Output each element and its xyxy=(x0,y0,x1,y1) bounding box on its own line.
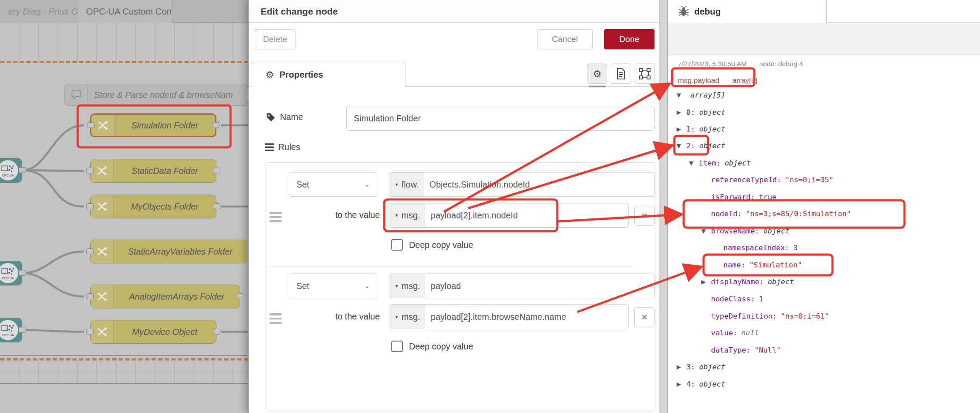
typed-input-prefix: msg. xyxy=(401,281,420,291)
debug-node-id: node: debug 4 xyxy=(759,60,803,68)
tree-row-name: name:"Simulation" xyxy=(677,258,802,272)
list-icon xyxy=(265,143,274,151)
close-icon: ✕ xyxy=(641,211,647,221)
appearance-icon-button[interactable] xyxy=(635,64,655,84)
dialog-header: Edit change node xyxy=(249,0,659,23)
close-icon: ✕ xyxy=(641,313,647,322)
caret-down-icon: ▾ xyxy=(395,283,398,289)
rule1-delete-button[interactable]: ✕ xyxy=(634,206,655,226)
rules-section-label: Rules xyxy=(265,142,300,152)
caret-right-icon[interactable]: ▶ xyxy=(701,278,711,285)
debug-msg-path[interactable]: msg.payload xyxy=(678,76,719,85)
dialog-title: Edit change node xyxy=(261,6,338,17)
rule1-target-type-button[interactable]: ▾ flow. xyxy=(389,173,424,196)
rule-action-value: Set xyxy=(296,281,309,291)
rule2-value-field[interactable]: ▾ msg. payload[2].item.browseName.name xyxy=(389,304,629,329)
name-label-text: Name xyxy=(280,112,303,122)
tree-row-2: ▼2:object xyxy=(677,139,725,153)
debug-message-meta: 7/27/2023, 5:30:50 AM node: debug 4 xyxy=(678,60,803,68)
typed-input-prefix: msg. xyxy=(401,210,420,221)
name-input[interactable] xyxy=(346,106,655,131)
chevron-down-icon: ⌄ xyxy=(364,181,370,188)
flow-workspace: ery Diag - Prius Gen 4 OPC-UA Custom Con… xyxy=(0,0,248,413)
rule1-deep-copy-row: Deep copy value xyxy=(391,239,473,251)
rule1-to-value-label: to the value xyxy=(291,210,380,220)
rule2-target-field[interactable]: ▾ msg. payload xyxy=(389,274,655,298)
tree-row-isforward: isForward:true xyxy=(677,190,776,204)
modal-shade-overlay xyxy=(0,0,248,413)
deep-copy-label: Deep copy value xyxy=(409,240,473,250)
chevron-down-icon: ⌄ xyxy=(364,282,370,289)
edit-properties-icon-button[interactable]: ⚙ xyxy=(587,64,607,84)
tree-row-array: ▼array[5] xyxy=(677,88,725,102)
rule1-action-select[interactable]: Set ⌄ xyxy=(289,172,377,197)
rule2-action-select[interactable]: Set ⌄ xyxy=(289,274,377,298)
debug-timestamp: 7/27/2023, 5:30:50 AM xyxy=(678,60,747,68)
caret-down-icon: ▾ xyxy=(395,212,398,218)
tree-row-nodeid: nodeId:"ns=3;s=85/0:Simulation" xyxy=(677,206,851,221)
rule1-deep-copy-checkbox[interactable] xyxy=(391,239,403,251)
rule1-drag-handle[interactable] xyxy=(269,212,282,222)
rule2-deep-copy-checkbox[interactable] xyxy=(391,341,403,352)
caret-down-icon: ▾ xyxy=(395,181,398,188)
rule2-drag-handle[interactable] xyxy=(269,313,282,324)
rule2-delete-button[interactable]: ✕ xyxy=(634,307,655,327)
delete-button[interactable]: Delete xyxy=(255,29,295,49)
tree-row-4: ▶4:object xyxy=(677,377,725,391)
rule2-value-type-button[interactable]: ▾ msg. xyxy=(389,305,425,329)
tab-debug[interactable]: debug xyxy=(668,0,827,23)
rule2-value-text: payload[2].item.browseName.name xyxy=(425,305,566,329)
rule2-deep-copy-row: Deep copy value xyxy=(391,341,473,352)
tree-row-nodeclass: nodeClass:1 xyxy=(677,292,763,306)
appearance-icon xyxy=(639,68,651,79)
dialog-tab-bar: ⚙ Properties ⚙ xyxy=(249,62,659,87)
node-red-editor: ery Diag - Prius Gen 4 OPC-UA Custom Con… xyxy=(0,0,980,413)
tree-row-datatype: dataType:"Null" xyxy=(677,343,781,357)
caret-down-icon: ▾ xyxy=(395,314,398,320)
rules-label-text: Rules xyxy=(278,142,300,152)
document-icon xyxy=(617,68,625,79)
tag-icon xyxy=(266,113,276,122)
caret-down-icon[interactable]: ▼ xyxy=(689,160,699,166)
rule1-value-text: payload[2].item.nodeId xyxy=(425,203,518,227)
debug-message-path-row: msg.payload array[5] xyxy=(678,73,757,87)
caret-down-icon[interactable]: ▼ xyxy=(701,228,711,234)
caret-right-icon[interactable]: ▶ xyxy=(677,126,686,132)
description-icon-button[interactable] xyxy=(611,64,631,84)
done-button[interactable]: Done xyxy=(604,29,655,49)
caret-right-icon[interactable]: ▶ xyxy=(677,381,686,387)
debug-toolbar xyxy=(668,23,980,55)
caret-down-icon[interactable]: ▼ xyxy=(677,143,686,149)
bug-icon xyxy=(678,6,689,17)
tab-properties[interactable]: ⚙ Properties xyxy=(251,62,405,87)
rule2-target-value: payload xyxy=(425,274,461,298)
rule1-value-type-button[interactable]: ▾ msg. xyxy=(389,203,425,227)
sidebar-separator[interactable] xyxy=(659,0,668,413)
edit-change-node-dialog: Edit change node Delete Cancel Done ⚙ Pr… xyxy=(248,0,659,413)
tree-row-browsename: ▼browseName:object xyxy=(677,224,790,238)
caret-down-icon[interactable]: ▼ xyxy=(677,92,686,98)
tree-row-value: value:null xyxy=(677,326,759,340)
gear-icon: ⚙ xyxy=(265,69,274,80)
caret-right-icon[interactable]: ▶ xyxy=(677,364,686,370)
caret-right-icon[interactable]: ▶ xyxy=(677,109,686,116)
gear-icon: ⚙ xyxy=(593,68,602,79)
tree-row-typedefinition: typeDefinition:"ns=0;i=61" xyxy=(677,309,829,323)
typed-input-prefix: flow. xyxy=(401,180,419,190)
cancel-button[interactable]: Cancel xyxy=(537,29,593,49)
tab-properties-label: Properties xyxy=(280,70,323,80)
rule2-target-type-button[interactable]: ▾ msg. xyxy=(389,274,425,298)
tree-row-namespaceindex: namespaceIndex:3 xyxy=(677,240,798,255)
rule2-to-value-label: to the value xyxy=(291,312,380,322)
rule1-target-value: Objects.Simulation.nodeId xyxy=(424,173,530,196)
rule1-value-field[interactable]: ▾ msg. payload[2].item.nodeId xyxy=(389,203,629,228)
rule1-target-field[interactable]: ▾ flow. Objects.Simulation.nodeId xyxy=(389,172,655,197)
tree-row-1: ▶1:object xyxy=(677,122,725,136)
tree-row-displayname: ▶displayName:object xyxy=(677,274,794,289)
rule-separator xyxy=(269,267,633,267)
tree-row-item: ▼item:object xyxy=(677,156,751,170)
deep-copy-label: Deep copy value xyxy=(409,342,473,352)
sidebar-tab-bar: debug xyxy=(668,0,980,23)
typed-input-prefix: msg. xyxy=(401,312,420,322)
name-field-label: Name xyxy=(266,112,303,122)
